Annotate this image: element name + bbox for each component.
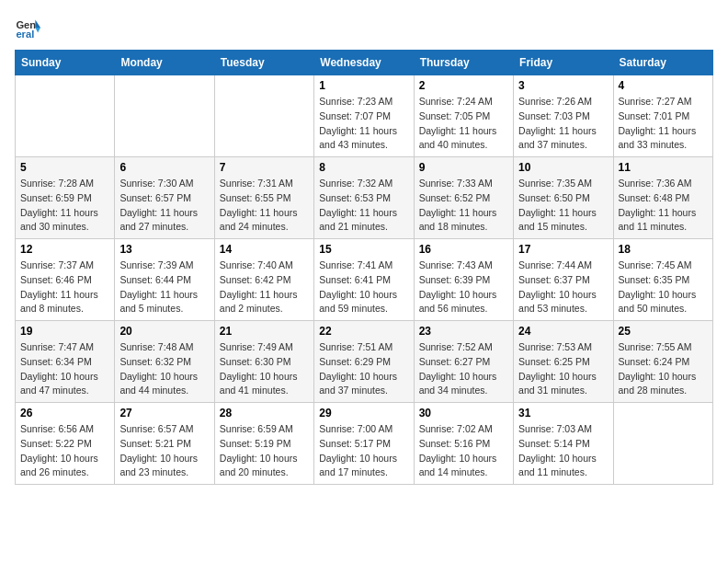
calendar-cell: 27Sunrise: 6:57 AMSunset: 5:21 PMDayligh… xyxy=(115,403,214,485)
day-info: Sunrise: 7:00 AMSunset: 5:17 PMDaylight:… xyxy=(319,422,408,480)
day-number: 20 xyxy=(119,325,209,338)
day-number: 31 xyxy=(518,407,608,419)
day-info: Sunrise: 7:45 AMSunset: 6:35 PMDaylight:… xyxy=(619,259,708,316)
day-number: 1 xyxy=(319,79,408,92)
calendar-week-row: 26Sunrise: 6:56 AMSunset: 5:22 PMDayligh… xyxy=(16,403,713,485)
calendar-cell: 31Sunrise: 7:03 AMSunset: 5:14 PMDayligh… xyxy=(514,403,613,485)
day-info: Sunrise: 7:41 AMSunset: 6:41 PMDaylight:… xyxy=(319,259,408,316)
calendar-cell: 7Sunrise: 7:31 AMSunset: 6:55 PMDaylight… xyxy=(214,157,313,239)
calendar-cell: 30Sunrise: 7:02 AMSunset: 5:16 PMDayligh… xyxy=(414,403,513,485)
weekday-header: Saturday xyxy=(613,51,712,75)
day-number: 22 xyxy=(319,325,408,338)
day-number: 23 xyxy=(419,325,508,338)
calendar-cell: 4Sunrise: 7:27 AMSunset: 7:01 PMDaylight… xyxy=(613,75,712,157)
day-info: Sunrise: 7:37 AMSunset: 6:46 PMDaylight:… xyxy=(20,259,109,316)
svg-marker-2 xyxy=(35,20,40,28)
day-number: 15 xyxy=(319,243,408,256)
day-info: Sunrise: 7:48 AMSunset: 6:32 PMDaylight:… xyxy=(119,340,209,398)
calendar-week-row: 5Sunrise: 7:28 AMSunset: 6:59 PMDaylight… xyxy=(16,157,713,239)
weekday-header: Wednesday xyxy=(314,51,414,75)
calendar-cell xyxy=(214,75,313,157)
calendar-cell: 1Sunrise: 7:23 AMSunset: 7:07 PMDaylight… xyxy=(314,75,414,157)
day-info: Sunrise: 7:33 AMSunset: 6:52 PMDaylight:… xyxy=(419,177,508,235)
calendar-week-row: 1Sunrise: 7:23 AMSunset: 7:07 PMDaylight… xyxy=(16,75,713,157)
calendar-cell: 19Sunrise: 7:47 AMSunset: 6:34 PMDayligh… xyxy=(16,321,115,403)
day-number: 3 xyxy=(518,79,608,92)
svg-text:eral: eral xyxy=(16,29,34,40)
day-number: 11 xyxy=(619,161,708,174)
day-info: Sunrise: 7:53 AMSunset: 6:25 PMDaylight:… xyxy=(518,340,608,398)
day-number: 2 xyxy=(419,79,508,92)
day-number: 18 xyxy=(619,243,708,256)
calendar-cell: 24Sunrise: 7:53 AMSunset: 6:25 PMDayligh… xyxy=(514,321,613,403)
calendar-cell: 18Sunrise: 7:45 AMSunset: 6:35 PMDayligh… xyxy=(613,239,712,321)
day-number: 27 xyxy=(119,407,209,419)
calendar-cell: 6Sunrise: 7:30 AMSunset: 6:57 PMDaylight… xyxy=(115,157,214,239)
calendar-table: SundayMondayTuesdayWednesdayThursdayFrid… xyxy=(15,50,713,485)
calendar-cell: 9Sunrise: 7:33 AMSunset: 6:52 PMDaylight… xyxy=(414,157,513,239)
logo: Gen eral xyxy=(15,15,44,40)
day-number: 14 xyxy=(220,243,309,256)
day-info: Sunrise: 6:56 AMSunset: 5:22 PMDaylight:… xyxy=(20,422,109,480)
calendar-cell: 16Sunrise: 7:43 AMSunset: 6:39 PMDayligh… xyxy=(414,239,513,321)
day-info: Sunrise: 7:24 AMSunset: 7:05 PMDaylight:… xyxy=(419,95,508,153)
weekday-header: Sunday xyxy=(16,51,115,75)
day-info: Sunrise: 7:27 AMSunset: 7:01 PMDaylight:… xyxy=(619,95,708,153)
calendar-week-row: 12Sunrise: 7:37 AMSunset: 6:46 PMDayligh… xyxy=(16,239,713,321)
day-info: Sunrise: 7:36 AMSunset: 6:48 PMDaylight:… xyxy=(619,177,708,235)
weekday-header: Thursday xyxy=(414,51,513,75)
svg-marker-3 xyxy=(35,28,40,33)
day-number: 29 xyxy=(319,407,408,419)
day-info: Sunrise: 7:49 AMSunset: 6:30 PMDaylight:… xyxy=(220,340,309,398)
day-info: Sunrise: 7:55 AMSunset: 6:24 PMDaylight:… xyxy=(619,340,708,398)
calendar-cell: 28Sunrise: 6:59 AMSunset: 5:19 PMDayligh… xyxy=(214,403,313,485)
day-number: 8 xyxy=(319,161,408,174)
day-info: Sunrise: 7:39 AMSunset: 6:44 PMDaylight:… xyxy=(119,259,209,316)
calendar-cell: 15Sunrise: 7:41 AMSunset: 6:41 PMDayligh… xyxy=(314,239,414,321)
day-number: 19 xyxy=(20,325,109,338)
calendar-cell: 22Sunrise: 7:51 AMSunset: 6:29 PMDayligh… xyxy=(314,321,414,403)
day-info: Sunrise: 7:03 AMSunset: 5:14 PMDaylight:… xyxy=(518,422,608,480)
day-info: Sunrise: 7:32 AMSunset: 6:53 PMDaylight:… xyxy=(319,177,408,235)
calendar-cell: 17Sunrise: 7:44 AMSunset: 6:37 PMDayligh… xyxy=(514,239,613,321)
day-info: Sunrise: 7:28 AMSunset: 6:59 PMDaylight:… xyxy=(20,177,109,235)
calendar-cell: 29Sunrise: 7:00 AMSunset: 5:17 PMDayligh… xyxy=(314,403,414,485)
calendar-week-row: 19Sunrise: 7:47 AMSunset: 6:34 PMDayligh… xyxy=(16,321,713,403)
day-info: Sunrise: 7:35 AMSunset: 6:50 PMDaylight:… xyxy=(518,177,608,235)
day-info: Sunrise: 7:26 AMSunset: 7:03 PMDaylight:… xyxy=(518,95,608,153)
calendar-cell: 25Sunrise: 7:55 AMSunset: 6:24 PMDayligh… xyxy=(613,321,712,403)
day-info: Sunrise: 7:51 AMSunset: 6:29 PMDaylight:… xyxy=(319,340,408,398)
day-info: Sunrise: 6:59 AMSunset: 5:19 PMDaylight:… xyxy=(220,422,309,480)
day-number: 25 xyxy=(619,325,708,338)
calendar-cell: 8Sunrise: 7:32 AMSunset: 6:53 PMDaylight… xyxy=(314,157,414,239)
day-number: 7 xyxy=(220,161,309,174)
day-info: Sunrise: 7:02 AMSunset: 5:16 PMDaylight:… xyxy=(419,422,508,480)
day-number: 28 xyxy=(220,407,309,419)
calendar-cell: 13Sunrise: 7:39 AMSunset: 6:44 PMDayligh… xyxy=(115,239,214,321)
day-number: 24 xyxy=(518,325,608,338)
calendar-cell: 5Sunrise: 7:28 AMSunset: 6:59 PMDaylight… xyxy=(16,157,115,239)
day-number: 21 xyxy=(220,325,309,338)
calendar-cell: 21Sunrise: 7:49 AMSunset: 6:30 PMDayligh… xyxy=(214,321,313,403)
day-info: Sunrise: 7:47 AMSunset: 6:34 PMDaylight:… xyxy=(20,340,109,398)
day-info: Sunrise: 7:44 AMSunset: 6:37 PMDaylight:… xyxy=(518,259,608,316)
weekday-header: Tuesday xyxy=(214,51,313,75)
calendar-cell xyxy=(115,75,214,157)
calendar-cell: 26Sunrise: 6:56 AMSunset: 5:22 PMDayligh… xyxy=(16,403,115,485)
calendar-cell xyxy=(16,75,115,157)
day-number: 26 xyxy=(20,407,109,419)
calendar-cell: 11Sunrise: 7:36 AMSunset: 6:48 PMDayligh… xyxy=(613,157,712,239)
day-number: 16 xyxy=(419,243,508,256)
day-number: 5 xyxy=(20,161,109,174)
calendar-cell: 20Sunrise: 7:48 AMSunset: 6:32 PMDayligh… xyxy=(115,321,214,403)
day-info: Sunrise: 6:57 AMSunset: 5:21 PMDaylight:… xyxy=(119,422,209,480)
day-number: 6 xyxy=(119,161,209,174)
calendar-cell: 12Sunrise: 7:37 AMSunset: 6:46 PMDayligh… xyxy=(16,239,115,321)
day-info: Sunrise: 7:23 AMSunset: 7:07 PMDaylight:… xyxy=(319,95,408,153)
calendar-header-row: SundayMondayTuesdayWednesdayThursdayFrid… xyxy=(16,51,713,75)
logo-icon: Gen eral xyxy=(15,15,40,40)
day-info: Sunrise: 7:31 AMSunset: 6:55 PMDaylight:… xyxy=(220,177,309,235)
day-info: Sunrise: 7:52 AMSunset: 6:27 PMDaylight:… xyxy=(419,340,508,398)
calendar-cell: 3Sunrise: 7:26 AMSunset: 7:03 PMDaylight… xyxy=(514,75,613,157)
day-info: Sunrise: 7:43 AMSunset: 6:39 PMDaylight:… xyxy=(419,259,508,316)
